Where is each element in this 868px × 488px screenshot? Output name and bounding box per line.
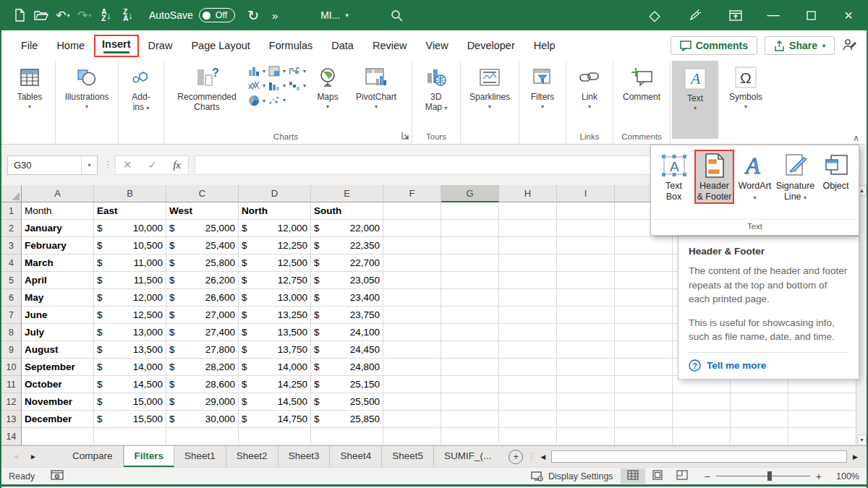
cell-A10[interactable]: September [22,359,94,376]
cell-I10[interactable] [557,359,615,376]
tab-draw[interactable]: Draw [139,35,182,56]
cell-D13[interactable]: $14,750 [239,411,311,428]
row-header-14[interactable]: 14 [1,428,22,445]
symbols-button[interactable]: Ω Symbols ▾ [723,62,769,110]
cell-A13[interactable]: December [22,411,94,428]
cell-x11[interactable] [615,376,673,393]
cell-D7[interactable]: $13,250 [239,307,311,324]
tab-formulas[interactable]: Formulas [260,35,322,56]
row-header-5[interactable]: 5 [1,272,22,289]
cell-E9[interactable]: $24,450 [311,341,383,359]
cell-D6[interactable]: $13,000 [239,289,311,307]
cell-I7[interactable] [557,307,615,324]
cell-C8[interactable]: $27,400 [166,324,239,341]
cell-D8[interactable]: $13,500 [239,324,311,341]
cell-x14[interactable] [615,428,673,445]
tab-splitter-handle[interactable]: ⋮ [527,455,533,458]
sparklines-button[interactable]: Sparklines ▾ [464,62,516,110]
cell-I13[interactable] [557,411,615,428]
row-header-4[interactable]: 4 [1,254,22,272]
cell-F5[interactable] [383,272,441,289]
cell-G6[interactable] [441,289,499,307]
autosave-toggle[interactable]: Off [199,8,235,22]
column-header-C[interactable]: C [166,185,239,202]
cell-G3[interactable] [441,237,499,254]
cell-F6[interactable] [383,289,441,307]
row-header-8[interactable]: 8 [1,324,22,341]
tab-view[interactable]: View [416,35,457,56]
signature-line-menu-item[interactable]: SignatureLine ▾ [775,150,815,203]
row-header-12[interactable]: 12 [1,393,22,411]
cell-E6[interactable]: $23,400 [311,289,383,307]
row-header-1[interactable]: 1 [1,202,22,220]
cell-H11[interactable] [499,376,557,393]
cell-x14[interactable] [731,428,788,445]
cell-C9[interactable]: $27,800 [166,341,239,359]
zoom-in-icon[interactable]: + [816,471,822,482]
sheet-tab-filters[interactable]: Filters [124,446,175,467]
cell-x12[interactable] [673,393,731,411]
insert-function-icon[interactable]: fx [173,159,181,171]
cell-G4[interactable] [441,254,499,272]
waterfall-chart-button[interactable]: ▾ [289,80,306,91]
cell-C6[interactable]: $26,600 [166,289,239,307]
row-header-6[interactable]: 6 [1,289,22,307]
zoom-level[interactable]: 100% [829,471,859,481]
cell-H7[interactable] [499,307,557,324]
object-menu-item[interactable]: Object [816,150,856,192]
cell-H1[interactable] [499,202,557,220]
minimize-button[interactable]: — [762,4,784,26]
sort-za-icon[interactable]: ZA↓ [117,4,139,26]
cell-E11[interactable]: $25,150 [311,376,383,393]
tab-review[interactable]: Review [363,35,417,56]
horizontal-scrollbar[interactable]: ◀ ▶ [537,450,867,463]
cell-x10[interactable] [615,359,673,376]
document-title[interactable]: MI...▾ [320,9,349,21]
cell-B1[interactable]: East [94,202,166,220]
cell-I1[interactable] [557,202,615,220]
cell-B9[interactable]: $13,500 [94,341,166,359]
cell-B12[interactable]: $15,000 [94,393,166,411]
column-header-H[interactable]: H [499,185,557,202]
select-all-corner[interactable] [1,185,22,202]
line-chart-button[interactable]: ▾ [248,80,265,91]
laser-pen-icon[interactable] [684,4,706,26]
pie-chart-button[interactable]: ▾ [248,95,265,106]
cell-C5[interactable]: $26,200 [166,272,239,289]
tab-data[interactable]: Data [322,35,363,56]
column-header-A[interactable]: A [22,185,94,202]
autosave-control[interactable]: AutoSave Off [149,8,235,22]
cell-x14[interactable] [673,428,731,445]
cell-I6[interactable] [557,289,615,307]
cell-I3[interactable] [557,237,615,254]
cell-A3[interactable]: February [22,237,94,254]
cell-x13[interactable] [615,411,673,428]
treemap-chart-button[interactable]: ▾ [268,66,286,77]
sheet-tab-sheet1[interactable]: Sheet1 [174,446,226,467]
cell-I8[interactable] [557,324,615,341]
cell-D3[interactable]: $12,250 [239,237,311,254]
cell-E1[interactable]: South [311,202,383,220]
column-header-E[interactable]: E [311,185,383,202]
3d-map-button[interactable]: 3DMap ▾ [415,62,457,114]
cell-x4[interactable] [615,254,673,272]
column-header-B[interactable]: B [94,185,166,202]
cell-C1[interactable]: West [166,202,239,220]
cancel-icon[interactable]: ✕ [123,158,132,171]
cell-G1[interactable] [441,202,499,220]
cell-x13[interactable] [731,411,788,428]
cell-B2[interactable]: $10,000 [94,220,166,237]
cell-H8[interactable] [499,324,557,341]
text-button[interactable]: A Text ▾ [672,61,718,139]
column-chart-button[interactable]: ▾ [248,66,265,77]
cell-H2[interactable] [499,220,557,237]
cell-H9[interactable] [499,341,557,359]
row-header-11[interactable]: 11 [1,376,22,393]
cell-B7[interactable]: $12,500 [94,307,166,324]
cell-E13[interactable]: $25,850 [311,411,383,428]
cell-B10[interactable]: $14,000 [94,359,166,376]
row-header-2[interactable]: 2 [1,220,22,237]
cell-H6[interactable] [499,289,557,307]
cell-x12[interactable] [615,393,673,411]
sheet-tab-sumif[interactable]: SUMIF_(... [434,446,501,467]
